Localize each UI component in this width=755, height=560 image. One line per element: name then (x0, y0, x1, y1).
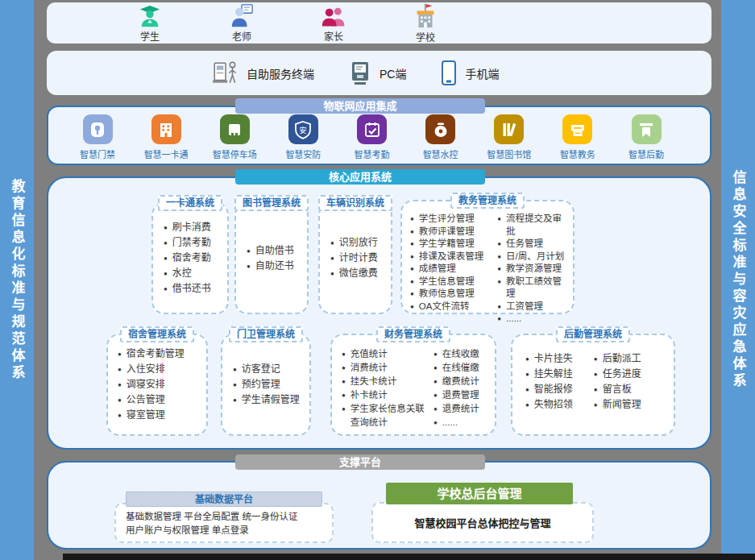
system-title: 门卫管理系统 (229, 326, 303, 342)
role-parent: 家长 (307, 4, 360, 43)
iot-door-access: 智慧门禁 (68, 114, 127, 164)
list-item: 学生学籍管理 (410, 238, 494, 251)
right-strip-label: 信息安全标准与容灾应急体系 (728, 170, 749, 390)
iot-attendance: 智慧考勤 (342, 114, 402, 164)
list-item: 寝室管理 (118, 408, 185, 423)
iot-library: 智慧图书馆 (479, 114, 539, 164)
logistics-banner-icon (632, 114, 662, 144)
water-pot-icon (425, 114, 455, 144)
core-systems-panel: 一卡通系统 刷卡消费门禁考勤宿舍考勤水控借书还书 图书管理系统 自助借书自助还书… (47, 176, 711, 450)
role-label: 老师 (232, 29, 251, 43)
system-feature-list: 刷卡消费门禁考勤宿舍考勤水控借书还书 (164, 220, 211, 297)
list-item: 留言板 (594, 382, 641, 397)
list-item: 学生请假管理 (233, 392, 300, 408)
list-item: 任务管理 (497, 238, 570, 251)
list-item: 教学资源管理 (497, 263, 570, 276)
kiosk-icon (212, 59, 239, 88)
attendance-calendar-icon (357, 114, 387, 144)
teacher-icon (230, 4, 254, 28)
terminal-mobile: 手机端 (440, 60, 499, 87)
bottom-window-edge (63, 554, 755, 560)
list-item: 自助借书 (247, 243, 294, 259)
list-item: 日/周、月计划 (497, 251, 570, 263)
system-feature-list: 自助借书自助还书 (247, 243, 294, 274)
system-title: 教务管理系统 (450, 193, 525, 209)
system-feature-list: 充值统计消费统计挂失卡统计补卡统计学生家长信息关联查询统计 (342, 347, 430, 429)
left-standard-strip: 教育信息化标准与规范体系 (0, 0, 34, 560)
role-student: 学生 (123, 4, 176, 43)
terminal-label: PC端 (380, 65, 406, 81)
list-item: 退费管理 (434, 388, 479, 402)
role-teacher: 老师 (215, 4, 268, 43)
list-item: OA文件流转 (410, 301, 494, 313)
iot-label: 智慧一卡通 (144, 147, 189, 160)
list-item: 在线催缴 (434, 361, 479, 375)
list-item: 退费统计 (434, 402, 479, 416)
iot-label: 智慧安防 (285, 147, 321, 160)
system-columns: 卡片挂失挂失解挂智能报修失物招领 后勤派工任务进度留言板新闻管理 (525, 351, 670, 413)
list-item: 入住安排 (118, 362, 185, 377)
list-item: 水控 (164, 266, 211, 281)
core-section-banner: 核心应用系统 (235, 169, 485, 185)
school-admin-box: 智慧校园平台总体把控与管理 (371, 502, 594, 543)
role-label: 家长 (324, 29, 343, 43)
list-item: 消费统计 (342, 361, 430, 375)
list-item: 任务进度 (594, 367, 641, 382)
base-platform-line2: 用户账户与权限管理 单点登录 (126, 524, 332, 537)
list-item: 预约管理 (233, 377, 300, 392)
list-item: ...... (434, 416, 479, 429)
student-icon (138, 4, 162, 28)
terminal-label: 自助服务终端 (247, 65, 314, 81)
list-item: 挂失解挂 (525, 367, 573, 382)
system-box-finance: 财务管理系统 充值统计消费统计挂失卡统计补卡统计学生家长信息关联查询统计 在线收… (330, 334, 496, 436)
system-columns: 充值统计消费统计挂失卡统计补卡统计学生家长信息关联查询统计 在线收缴在线催缴缴费… (342, 347, 492, 429)
system-box-library: 图书管理系统 自助借书自助还书 (234, 202, 309, 314)
door-access-icon (83, 114, 113, 144)
list-item: 后勤派工 (594, 351, 641, 367)
list-item: 学生信息管理 (410, 276, 494, 288)
list-item: 公告管理 (118, 392, 185, 408)
list-item: 学生家长信息关联查询统计 (342, 402, 430, 429)
list-item: 门禁考勤 (164, 235, 211, 251)
list-item: 成绩管理 (410, 263, 494, 276)
phone-icon (440, 60, 458, 87)
iot-water-control: 智慧水控 (411, 114, 471, 164)
iot-label: 智慧门禁 (80, 147, 115, 160)
system-title: 财务管理系统 (376, 326, 450, 342)
support-panel: 基础数据平台 基础数据管理 平台全局配置 统一身份认证 用户账户与权限管理 单点… (47, 461, 711, 550)
system-box-gatekeeper: 门卫管理系统 访客登记预约管理学生请假管理 (221, 334, 311, 436)
role-label: 学生 (140, 29, 160, 43)
school-icon (413, 3, 438, 29)
system-title: 车辆识别系统 (318, 195, 392, 211)
list-item: 自助还书 (247, 259, 294, 274)
system-box-one-card: 一卡通系统 刷卡消费门禁考勤宿舍考勤水控借书还书 (151, 202, 229, 314)
system-box-dormitory: 宿舍管理系统 宿舍考勤管理入住安排调寝安排公告管理寝室管理 (106, 334, 208, 436)
list-item: ...... (497, 313, 570, 326)
iot-academic: 智慧教务 (548, 114, 608, 164)
system-feature-list: 访客登记预约管理学生请假管理 (233, 362, 300, 408)
system-title: 图书管理系统 (234, 195, 309, 211)
system-title: 宿舍管理系统 (120, 326, 194, 342)
pc-icon (348, 60, 372, 86)
school-admin-desc: 智慧校园平台总体把控与管理 (414, 515, 550, 530)
system-feature-list: 识别放行计时计费微信缴费 (330, 235, 378, 281)
list-item: 新闻管理 (594, 397, 641, 413)
base-data-platform-banner: 基础数据平台 (126, 492, 322, 507)
iot-label: 智慧水控 (423, 147, 458, 160)
list-item: 教师评课管理 (410, 226, 494, 239)
iot-logistics: 智慧后勤 (616, 114, 676, 164)
list-item: 教职工绩效管理 (497, 276, 570, 301)
system-feature-list: 卡片挂失挂失解挂智能报修失物招领 (525, 351, 573, 413)
list-item: 卡片挂失 (525, 351, 573, 367)
list-item: 补卡统计 (342, 388, 430, 402)
smart-campus-architecture-diagram: 教育信息化标准与规范体系 信息安全标准与容灾应急体系 学生 (0, 0, 755, 560)
list-item: 智能报修 (525, 382, 573, 397)
library-books-icon (494, 114, 524, 144)
iot-one-card: 智慧一卡通 (136, 114, 196, 164)
system-feature-list: 在线收缴在线催缴缴费统计退费管理退费统计...... (434, 347, 479, 429)
user-roles-panel: 学生 老师 家长 (47, 2, 711, 44)
list-item: 识别放行 (330, 235, 378, 251)
system-feature-list: 宿舍考勤管理入住安排调寝安排公告管理寝室管理 (118, 346, 185, 423)
system-title: 后勤管理系统 (556, 326, 630, 342)
list-item: 充值统计 (342, 347, 430, 361)
